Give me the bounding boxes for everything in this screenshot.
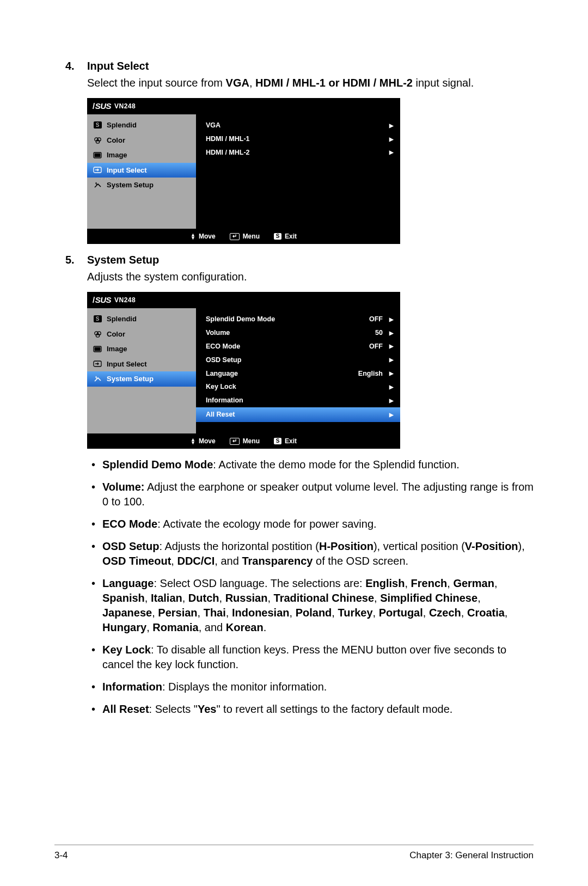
sidebar-item-splendid[interactable]: S Splendid xyxy=(87,118,196,133)
sidebar-item-label: Splendid xyxy=(107,314,137,324)
text-bold: DDC/CI xyxy=(177,555,215,567)
option-volume[interactable]: Volume 50▶ xyxy=(206,326,394,340)
list-item: Splendid Demo Mode: Activate the demo mo… xyxy=(87,457,534,472)
text: , xyxy=(332,607,338,619)
footer-label: Move xyxy=(199,437,216,445)
text-bold: H-Position xyxy=(319,540,373,552)
footer-move: ▲▼ Move xyxy=(191,437,216,445)
text-bold: OSD Setup xyxy=(102,540,159,552)
color-icon xyxy=(93,330,102,338)
s-icon: S xyxy=(274,233,281,240)
text-bold: Dutch xyxy=(188,592,219,604)
updown-icon: ▲▼ xyxy=(191,233,195,240)
sidebar-item-label: Image xyxy=(107,344,127,354)
osd-panel-input-select: SUS VN248 S Splendid Color Image xyxy=(87,98,400,244)
model-label: VN248 xyxy=(114,296,136,304)
sidebar-item-image[interactable]: Image xyxy=(87,148,196,163)
text: : Selects " xyxy=(149,703,198,715)
text: : Activate the demo mode for the Splendi… xyxy=(213,459,460,471)
option-label: HDMI / MHL-2 xyxy=(206,148,250,157)
text-bold: VGA xyxy=(226,77,249,89)
sidebar-item-input-select[interactable]: Input Select xyxy=(87,163,196,178)
enter-icon: ↵ xyxy=(230,438,240,445)
option-osd-setup[interactable]: OSD Setup ▶ xyxy=(206,353,394,367)
option-eco-mode[interactable]: ECO Mode OFF▶ xyxy=(206,340,394,353)
text-bold: Traditional Chinese xyxy=(274,592,374,604)
sidebar-item-label: Splendid xyxy=(107,120,137,130)
image-icon xyxy=(93,151,102,159)
section-number: 4. xyxy=(65,59,87,74)
page-number: 3-4 xyxy=(54,850,68,862)
footer-move: ▲▼ Move xyxy=(191,232,216,241)
text-bold: Splendid Demo Mode xyxy=(102,459,213,471)
sidebar-item-system-setup[interactable]: System Setup xyxy=(87,371,196,387)
text-bold: Portugal xyxy=(379,607,423,619)
input-icon xyxy=(93,166,102,174)
text: , xyxy=(171,555,177,567)
sidebar-item-label: System Setup xyxy=(107,180,154,190)
sidebar-item-image[interactable]: Image xyxy=(87,341,196,357)
osd-footer: ▲▼ Move ↵ Menu S Exit xyxy=(87,229,400,244)
osd-header: SUS VN248 xyxy=(87,292,400,308)
text: , xyxy=(249,77,255,89)
option-value: OFF xyxy=(369,342,383,351)
footer-label: Menu xyxy=(243,232,260,241)
text-bold: V-Position xyxy=(465,540,518,552)
text-bold: Transparency xyxy=(242,555,313,567)
option-information[interactable]: Information ▶ xyxy=(206,394,394,407)
text-bold: English xyxy=(365,577,405,589)
text: input signal. xyxy=(413,77,474,89)
option-splendid-demo[interactable]: Splendid Demo Mode OFF▶ xyxy=(206,313,394,326)
option-label: ECO Mode xyxy=(206,342,240,351)
text: , xyxy=(405,577,411,589)
text-bold: Croatia xyxy=(467,607,505,619)
chevron-right-icon: ▶ xyxy=(389,370,394,377)
text: , xyxy=(505,607,508,619)
svg-rect-4 xyxy=(95,154,100,157)
option-language[interactable]: Language English▶ xyxy=(206,367,394,381)
text-bold: French xyxy=(411,577,448,589)
text: Select the input source from xyxy=(87,77,226,89)
text: Adjust the earphone or speaker output vo… xyxy=(102,481,534,508)
text: , xyxy=(290,607,296,619)
text: : Activate the ecology mode for power sa… xyxy=(157,518,376,530)
chevron-right-icon: ▶ xyxy=(389,136,394,143)
text-bold: Language xyxy=(102,577,154,589)
option-vga[interactable]: VGA ▶ xyxy=(206,119,394,132)
list-item: ECO Mode: Activate the ecology mode for … xyxy=(87,517,534,531)
footer-exit: S Exit xyxy=(274,232,297,241)
list-item: Volume: Adjust the earphone or speaker o… xyxy=(87,480,534,509)
chevron-right-icon: ▶ xyxy=(389,122,394,130)
option-hdmi-2[interactable]: HDMI / MHL-2 ▶ xyxy=(206,146,394,160)
text-bold: OSD Timeout xyxy=(102,555,171,567)
list-item: Key Lock: To disable all function keys. … xyxy=(87,643,534,672)
sidebar-item-splendid[interactable]: S Splendid xyxy=(87,311,196,327)
chevron-right-icon: ▶ xyxy=(389,149,394,156)
osd-header: SUS VN248 xyxy=(87,98,400,114)
sidebar-item-color[interactable]: Color xyxy=(87,327,196,342)
text: , xyxy=(226,607,232,619)
text: , xyxy=(373,607,379,619)
chevron-right-icon: ▶ xyxy=(389,383,394,391)
sidebar-item-label: Color xyxy=(107,329,125,339)
sidebar-item-label: System Setup xyxy=(107,374,154,384)
text-bold: Yes xyxy=(198,703,216,715)
sidebar-item-color[interactable]: Color xyxy=(87,133,196,148)
osd-panel-system-setup: SUS VN248 S Splendid Color Image xyxy=(87,292,400,449)
text: , xyxy=(374,592,380,604)
text-bold: Italian xyxy=(151,592,182,604)
osd-sidebar: S Splendid Color Image Input Select xyxy=(87,308,196,433)
sidebar-item-system-setup[interactable]: System Setup xyxy=(87,178,196,193)
footer-exit: S Exit xyxy=(274,437,297,445)
option-key-lock[interactable]: Key Lock ▶ xyxy=(206,380,394,394)
text: : Adjusts the horizontal postition ( xyxy=(159,540,319,552)
text-bold: Turkey xyxy=(338,607,372,619)
option-value: OFF xyxy=(369,315,383,324)
sidebar-item-input-select[interactable]: Input Select xyxy=(87,357,196,372)
text: , xyxy=(494,577,498,589)
osd-options: Splendid Demo Mode OFF▶ Volume 50▶ ECO M… xyxy=(196,308,400,433)
option-all-reset[interactable]: All Reset ▶ xyxy=(196,407,400,422)
option-label: All Reset xyxy=(206,410,235,419)
option-hdmi-1[interactable]: HDMI / MHL-1 ▶ xyxy=(206,132,394,146)
enter-icon: ↵ xyxy=(230,233,240,240)
